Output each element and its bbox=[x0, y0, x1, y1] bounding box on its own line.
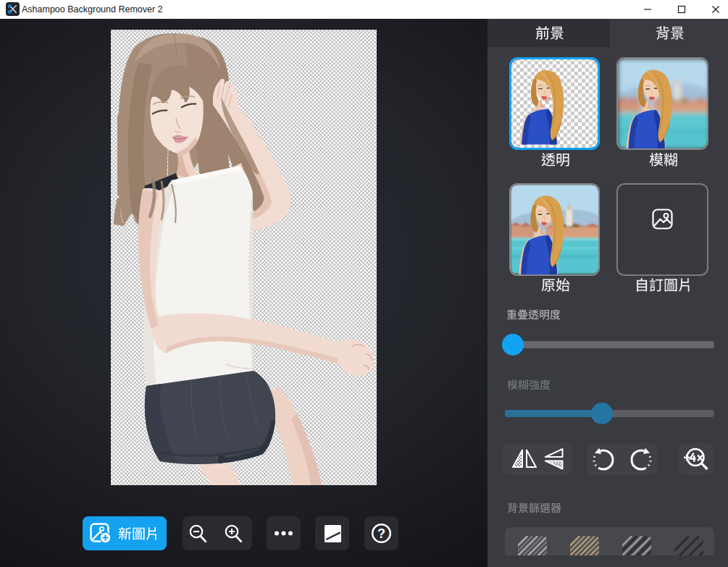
svg-text:?: ? bbox=[377, 526, 385, 541]
